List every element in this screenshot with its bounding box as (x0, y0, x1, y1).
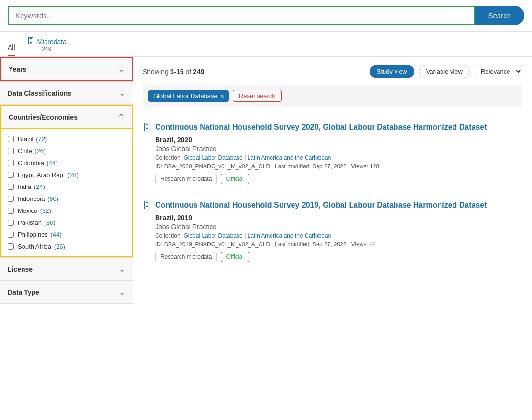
list-item: Indonesia (60) (1, 193, 132, 205)
country-name: Philippines (18, 231, 48, 238)
tab-microdata-row: 🗄 Microdata (27, 37, 67, 46)
table-row: 🗄 Continuous National Household Survey 2… (143, 114, 522, 192)
list-item: Philippines (44) (1, 229, 132, 241)
result-ids-2: ID: BRA_2019_PNADC_v01_M_v02_A_GLD Last … (155, 241, 522, 248)
chevron-down-icon: ⌄ (118, 65, 124, 74)
tab-microdata[interactable]: 🗄 Microdata 249 (27, 37, 67, 56)
results-header: Showing 1-15 of 249 Study view Variable … (143, 65, 522, 78)
active-filters: Global Labor Database × Reset search (143, 85, 522, 107)
filter-datatype-header[interactable]: Data Type ⌄ (0, 281, 133, 303)
filter-countries-section: Countries/Economies ⌃ Brazil (72) Chile … (0, 105, 133, 258)
filter-datatype-title: Data Type (8, 288, 39, 296)
result-tags: Research microdata Official (155, 174, 522, 184)
country-count: (30) (43, 219, 56, 226)
country-count: (32) (38, 207, 51, 214)
country-count: (44) (49, 231, 62, 238)
country-name: Colombia (18, 159, 44, 166)
result-title-link[interactable]: Continuous National Household Survey 202… (155, 122, 487, 133)
philippines-checkbox[interactable] (8, 232, 14, 238)
result-meta-2: Brazil, 2019 Jobs Global Practice Collec… (155, 214, 522, 262)
filter-classifications-section: Data Classifications ⌄ (0, 82, 133, 105)
result-modified-label-2: Last modified: Sep 27, 2022 (275, 241, 346, 248)
list-item: Mexico (32) (1, 205, 132, 217)
country-count: (24) (32, 183, 45, 190)
list-item: Brazil (72) (1, 133, 132, 145)
tab-all[interactable]: All (8, 44, 15, 56)
country-name: Indonesia (18, 195, 45, 202)
tabs-container: All 🗄 Microdata 249 (0, 32, 532, 57)
filter-years-title: Years (9, 66, 26, 73)
main-layout: Years ⌄ Data Classifications ⌄ Countries… (0, 57, 532, 304)
mexico-checkbox[interactable] (8, 208, 14, 214)
result-collection: Collection: Global Labor Database | Lati… (155, 155, 522, 161)
list-item: Colombia (44) (1, 157, 132, 169)
result-ids: ID: BRA_2020_PNADC_v01_M_v02_A_GLD Last … (155, 163, 522, 170)
search-bar-container: Search (0, 0, 532, 32)
collection-link-lac-2[interactable]: Latin America and the Caribbean (248, 232, 331, 239)
search-input-wrapper (8, 6, 475, 25)
country-count: (60) (45, 195, 58, 202)
variable-view-button[interactable]: Variable view (419, 65, 470, 78)
filter-license-section: License ⌄ (0, 258, 133, 281)
filter-tag-close-icon[interactable]: × (220, 92, 224, 100)
chile-checkbox[interactable] (8, 148, 14, 154)
sidebar: Years ⌄ Data Classifications ⌄ Countries… (0, 57, 133, 304)
country-count: (28) (66, 171, 79, 178)
chevron-down-icon-2: ⌄ (119, 88, 125, 98)
chevron-down-icon-4: ⌄ (119, 287, 125, 297)
chevron-up-icon: ⌃ (118, 112, 124, 122)
filter-classifications-header[interactable]: Data Classifications ⌄ (0, 82, 133, 104)
result-collection-2: Collection: Global Labor Database | Lati… (155, 232, 522, 239)
reset-search-button[interactable]: Reset search (233, 90, 282, 102)
active-filter-tag: Global Labor Database × (148, 90, 229, 102)
india-checkbox[interactable] (8, 184, 14, 190)
result-tags-2: Research microdata Official (155, 252, 522, 262)
country-name: India (18, 183, 31, 190)
table-row: 🗄 Continuous National Household Survey 2… (143, 192, 522, 270)
result-title-link-2[interactable]: Continuous National Household Survey 201… (155, 200, 487, 210)
indonesia-checkbox[interactable] (8, 196, 14, 202)
result-meta: Brazil, 2020 Jobs Global Practice Collec… (155, 136, 522, 184)
result-views-label-2: Views: 44 (351, 241, 376, 248)
filter-countries-header[interactable]: Countries/Economies ⌃ (0, 105, 133, 129)
list-item: South Africa (26) (1, 241, 132, 253)
view-controls: Study view Variable view Relevance Date … (370, 65, 522, 78)
tag-research-microdata-2: Research microdata (155, 252, 217, 262)
egypt-checkbox[interactable] (8, 172, 14, 178)
collection-link-lac[interactable]: Latin America and the Caribbean (248, 155, 331, 161)
southafrica-checkbox[interactable] (8, 243, 14, 250)
result-org-2: Jobs Global Practice (155, 223, 522, 231)
collection-link-gld-2[interactable]: Global Labor Database (183, 232, 242, 239)
result-views-label: Views: 128 (351, 163, 379, 170)
result-modified-label: Last modified: Sep 27, 2022 (275, 163, 346, 170)
filter-tag-label: Global Labor Database (153, 92, 217, 99)
microdata-icon: 🗄 (27, 37, 34, 46)
filter-license-header[interactable]: License ⌄ (0, 258, 133, 280)
collection-link-gld[interactable]: Global Labor Database (183, 155, 242, 161)
result-title-row: 🗄 Continuous National Household Survey 2… (143, 200, 522, 211)
pakistan-checkbox[interactable] (8, 220, 14, 226)
study-view-button[interactable]: Study view (370, 65, 414, 78)
country-name: Egypt, Arab Rep. (18, 171, 65, 178)
search-button[interactable]: Search (475, 6, 524, 25)
country-name: Chile (18, 147, 32, 155)
result-org: Jobs Global Practice (155, 145, 522, 153)
country-name: Mexico (18, 207, 37, 214)
sort-select[interactable]: Relevance Date Title (475, 65, 522, 78)
filter-countries-title: Countries/Economies (9, 113, 78, 121)
brazil-checkbox[interactable] (8, 136, 14, 142)
country-name: Pakistan (18, 219, 42, 226)
result-title-row: 🗄 Continuous National Household Survey 2… (143, 122, 522, 133)
filter-years-section: Years ⌄ (0, 57, 133, 82)
colombia-checkbox[interactable] (8, 160, 14, 166)
country-name: South Africa (18, 243, 51, 250)
list-item: India (24) (1, 181, 132, 193)
filter-years-header[interactable]: Years ⌄ (0, 57, 133, 81)
list-item: Chile (26) (1, 145, 132, 157)
result-id-label: ID: BRA_2020_PNADC_v01_M_v02_A_GLD (155, 163, 270, 170)
search-input[interactable] (9, 7, 474, 24)
filter-datatype-section: Data Type ⌄ (0, 281, 133, 304)
results-total: 249 (193, 68, 204, 76)
list-item: Egypt, Arab Rep. (28) (1, 169, 132, 181)
chevron-down-icon-3: ⌄ (119, 265, 125, 274)
